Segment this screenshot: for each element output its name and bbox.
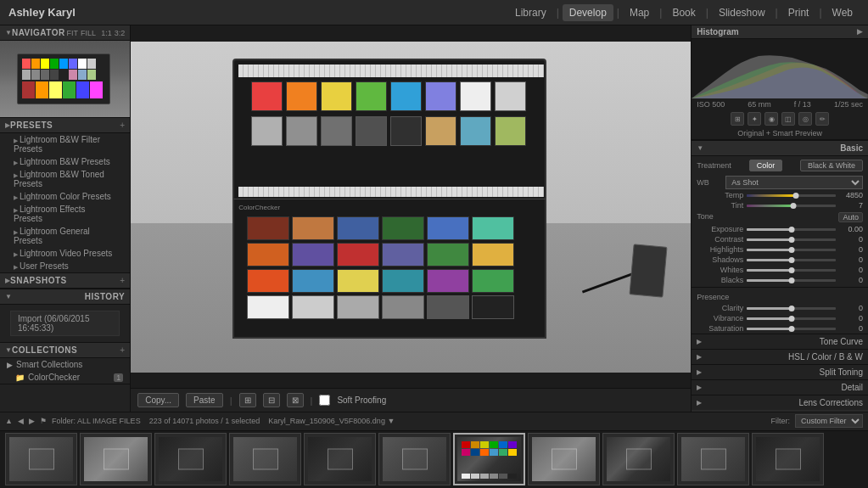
film-thumb-2[interactable]: [80, 433, 152, 485]
blacks-slider-row: Blacks 0: [692, 275, 868, 285]
paste-button[interactable]: Paste: [186, 393, 223, 407]
film-thumb-11[interactable]: [752, 433, 824, 485]
heal-icon[interactable]: ✦: [748, 112, 761, 126]
soft-proofing-checkbox[interactable]: [319, 395, 330, 406]
basic-panel-header[interactable]: ▼ Basic: [692, 140, 868, 156]
hsl-section[interactable]: ▶ HSL / Color / B & W: [692, 349, 868, 364]
filter-select[interactable]: Custom Filter All Flagged: [795, 414, 863, 428]
history-item[interactable]: Import (06/06/2015 16:45:33): [10, 311, 120, 336]
nav-print[interactable]: Print: [781, 4, 816, 21]
colorchecker-folder-icon: 📁: [15, 373, 25, 382]
navigator-fill[interactable]: FILL: [81, 29, 96, 37]
film-thumb-10[interactable]: [677, 433, 749, 485]
navigator-toggle-icon: ▼: [5, 29, 12, 36]
vibrance-value: 0: [839, 314, 863, 323]
presets-add-icon[interactable]: +: [120, 121, 125, 130]
film-thumb-11-image: [756, 437, 820, 481]
filmstrip-flag-button[interactable]: ⚑: [40, 417, 47, 425]
filmstrip-file-label[interactable]: Karyl_Raw_150906_V5F8006.dng ▼: [268, 417, 395, 425]
whites-slider[interactable]: [747, 269, 836, 272]
graduated-icon[interactable]: ◫: [781, 112, 795, 126]
lens-toggle-icon: ▶: [697, 399, 702, 407]
blacks-slider[interactable]: [747, 279, 836, 282]
navigator-ratio[interactable]: 3:2: [115, 29, 126, 37]
hsl-toggle-icon: ▶: [697, 353, 702, 361]
detail-section[interactable]: ▶ Detail: [692, 379, 868, 395]
histogram-header[interactable]: Histogram ▶: [692, 25, 868, 39]
exposure-slider[interactable]: [747, 228, 836, 231]
auto-button[interactable]: Auto: [838, 212, 863, 222]
collections-add-icon[interactable]: +: [120, 345, 125, 355]
wb-select[interactable]: As Shot Auto Daylight Cloudy: [725, 176, 863, 189]
shadows-slider[interactable]: [747, 259, 836, 261]
nav-web[interactable]: Web: [826, 4, 860, 21]
view-mode-1-button[interactable]: ⊞: [239, 393, 256, 407]
temp-slider[interactable]: [747, 194, 836, 197]
view-mode-3-button[interactable]: ⊠: [287, 393, 304, 407]
collection-item-colorchecker[interactable]: 📁 ColorChecker 1: [0, 371, 130, 384]
film-thumb-8[interactable]: [528, 433, 600, 485]
navigator-fit[interactable]: FIT: [67, 29, 79, 37]
snapshots-header[interactable]: ▶ Snapshots +: [0, 273, 130, 289]
film-thumb-5-image: [308, 437, 372, 481]
color-treatment-button[interactable]: Color: [749, 160, 783, 171]
saturation-slider[interactable]: [747, 328, 836, 330]
nav-develop[interactable]: Develop: [563, 4, 613, 21]
film-thumb-6[interactable]: [378, 433, 451, 485]
nav-slideshow[interactable]: Slideshow: [712, 4, 772, 21]
bw-treatment-button[interactable]: Black & White: [800, 160, 863, 171]
film-thumb-5[interactable]: [304, 433, 376, 485]
lens-corrections-section[interactable]: ▶ Lens Corrections: [692, 395, 868, 410]
preset-item-general[interactable]: Lightroom General Presets: [0, 225, 130, 247]
nav-map[interactable]: Map: [623, 4, 656, 21]
redeye-icon[interactable]: ◉: [764, 112, 778, 126]
preset-item-user[interactable]: User Presets: [0, 260, 130, 272]
whites-label: Whites: [697, 266, 743, 274]
contrast-slider[interactable]: [747, 238, 836, 241]
copy-button[interactable]: Copy...: [137, 393, 179, 407]
filmstrip-nav-right[interactable]: ▶: [29, 417, 35, 425]
filmstrip-hide-button[interactable]: ▲: [5, 417, 13, 425]
preset-item-bw[interactable]: Lightroom B&W Presets: [0, 155, 130, 168]
preset-item-effects[interactable]: Lightroom Effects Presets: [0, 203, 130, 225]
film-thumb-1[interactable]: [5, 433, 77, 485]
preset-item-color[interactable]: Lightroom Color Presets: [0, 190, 130, 203]
film-thumb-9[interactable]: [602, 433, 675, 485]
filmstrip-nav-left[interactable]: ◀: [18, 417, 24, 425]
film-thumb-4[interactable]: [229, 433, 301, 485]
clarity-slider[interactable]: [747, 307, 836, 310]
main-layout: ▼ Navigator FIT FILL 1:1 3:2: [0, 25, 868, 412]
nav-book[interactable]: Book: [665, 4, 702, 21]
nav-library[interactable]: Library: [508, 4, 553, 21]
film-thumb-3[interactable]: [154, 433, 227, 485]
history-header[interactable]: ▼ History: [0, 289, 130, 305]
histogram-graph: [692, 39, 868, 98]
collections-toggle-icon: ▼: [5, 346, 12, 354]
collections-header[interactable]: ▼ Collections +: [0, 343, 130, 358]
tint-slider[interactable]: [747, 205, 836, 207]
preset-item-video[interactable]: Lightroom Video Presets: [0, 247, 130, 260]
preset-item-bwfilter[interactable]: Lightroom B&W Filter Presets: [0, 133, 130, 155]
presets-header[interactable]: ▶ Presets +: [0, 118, 130, 133]
film-thumb-7[interactable]: [453, 433, 525, 485]
presets-list: Lightroom B&W Filter Presets Lightroom B…: [0, 133, 130, 272]
preset-item-bwtoned[interactable]: Lightroom B&W Toned Presets: [0, 168, 130, 190]
crop-icon[interactable]: ⊞: [731, 112, 744, 126]
brush-icon[interactable]: ✏: [815, 112, 829, 126]
highlights-slider[interactable]: [747, 249, 836, 251]
saturation-value: 0: [839, 324, 863, 333]
navigator-header[interactable]: ▼ Navigator FIT FILL 1:1 3:2: [0, 25, 130, 41]
histogram-focal: 65 mm: [748, 100, 771, 109]
tone-curve-section[interactable]: ▶ Tone Curve: [692, 334, 868, 349]
split-toning-section[interactable]: ▶ Split Toning: [692, 364, 868, 379]
navigator-1to1[interactable]: 1:1: [101, 29, 112, 37]
film-thumb-8-image: [532, 437, 596, 481]
radial-icon[interactable]: ◎: [798, 112, 812, 126]
view-mode-2-button[interactable]: ⊟: [263, 393, 280, 407]
shadows-label: Shadows: [697, 255, 743, 264]
vibrance-slider[interactable]: [747, 317, 836, 320]
navigator-thumbnail: [0, 41, 130, 117]
vibrance-slider-row: Vibrance 0: [692, 313, 868, 323]
collection-item-smart[interactable]: ▶ Smart Collections: [0, 358, 130, 371]
snapshots-add-icon[interactable]: +: [120, 276, 125, 285]
